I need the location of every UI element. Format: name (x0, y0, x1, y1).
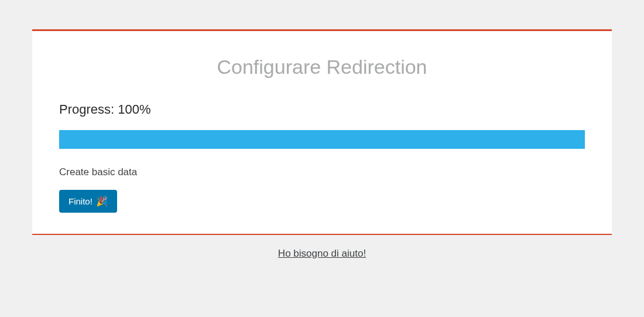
status-text: Create basic data (59, 166, 585, 178)
progress-label: Progress: 100% (59, 102, 585, 117)
finish-button-label: Finito! (68, 196, 93, 206)
setup-panel: Configurare Redirection Progress: 100% C… (32, 29, 612, 235)
celebrate-icon: 🎉 (96, 196, 108, 207)
help-link[interactable]: Ho bisogno di aiuto! (278, 248, 366, 259)
finish-button[interactable]: Finito! 🎉 (59, 190, 117, 213)
progress-bar (59, 130, 585, 149)
help-link-container: Ho bisogno di aiuto! (32, 248, 612, 260)
panel-title: Configurare Redirection (59, 56, 585, 79)
